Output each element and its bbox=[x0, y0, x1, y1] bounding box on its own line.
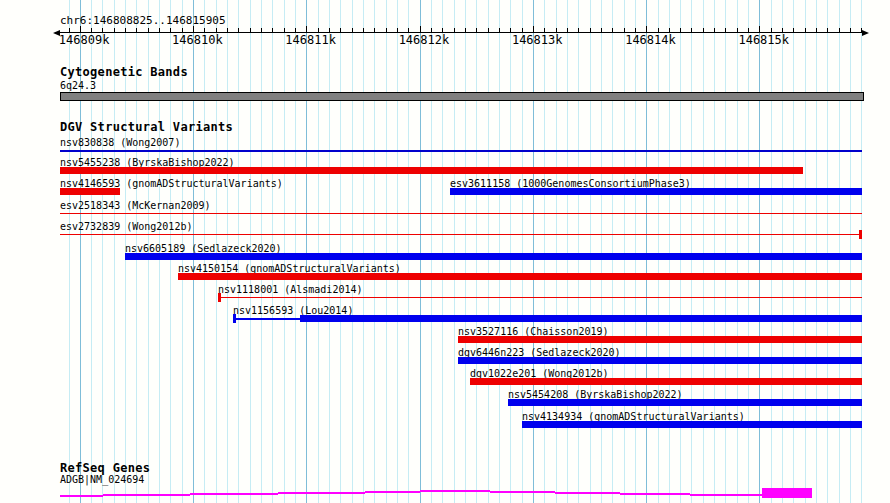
variant-end-tick[interactable] bbox=[859, 230, 862, 239]
ruler-tick bbox=[442, 28, 443, 32]
variant-box[interactable] bbox=[60, 188, 120, 195]
variant-line[interactable] bbox=[60, 150, 862, 152]
ruler-tick-label: 146811k bbox=[285, 34, 336, 47]
ruler-tick bbox=[839, 28, 840, 32]
gene-intron-line[interactable] bbox=[490, 491, 555, 493]
gene-label: ADGB|NM_024694 bbox=[60, 474, 144, 485]
ruler-tick bbox=[182, 28, 183, 32]
ruler-tick bbox=[556, 28, 557, 32]
variant-box[interactable] bbox=[470, 378, 862, 385]
gene-intron-line[interactable] bbox=[690, 494, 762, 496]
grid-minor-line bbox=[442, 0, 443, 503]
ruler-tick bbox=[318, 28, 319, 32]
ruler-tick bbox=[272, 28, 273, 32]
ruler-arrow-right-icon bbox=[862, 30, 869, 36]
ruler-tick bbox=[725, 28, 726, 32]
position-label: chr6:146808825..146815905 bbox=[60, 15, 226, 27]
variant-box[interactable] bbox=[125, 253, 862, 260]
ruler-tick bbox=[295, 28, 296, 32]
grid-minor-line bbox=[488, 0, 489, 503]
ruler-tick bbox=[454, 28, 455, 32]
variant-label: esv2732839 (Wong2012b) bbox=[60, 221, 192, 232]
cytogenetic-track-title: Cytogenetic Bands bbox=[60, 66, 188, 79]
gene-intron-line[interactable] bbox=[555, 492, 620, 494]
ruler-tick bbox=[374, 28, 375, 32]
ruler-tick-label: 146814k bbox=[625, 34, 676, 47]
variant-box[interactable] bbox=[60, 167, 803, 174]
grid-minor-line bbox=[454, 0, 455, 503]
variant-box[interactable] bbox=[178, 273, 862, 280]
ruler-tick bbox=[306, 26, 307, 32]
ruler-tick bbox=[782, 28, 783, 32]
dgv-track-title: DGV Structural Variants bbox=[60, 121, 233, 134]
ruler-tick bbox=[691, 28, 692, 32]
ruler-tick bbox=[420, 26, 421, 32]
ruler-tick bbox=[114, 28, 115, 32]
ruler-tick bbox=[771, 28, 772, 32]
ruler-tick bbox=[510, 28, 511, 32]
gene-exon-box[interactable] bbox=[762, 488, 812, 498]
grid-minor-line bbox=[340, 0, 341, 503]
variant-box[interactable] bbox=[508, 399, 862, 406]
ruler-tick bbox=[646, 26, 647, 32]
ruler-tick bbox=[578, 28, 579, 32]
ruler-tick bbox=[408, 28, 409, 32]
grid-minor-line bbox=[465, 0, 466, 503]
ruler-tick bbox=[816, 28, 817, 32]
ruler-tick bbox=[861, 28, 862, 32]
ruler-tick bbox=[250, 28, 251, 32]
grid-minor-line bbox=[499, 0, 500, 503]
variant-box[interactable] bbox=[450, 188, 862, 195]
ruler-tick bbox=[850, 28, 851, 32]
ruler-tick bbox=[488, 28, 489, 32]
ruler-tick bbox=[635, 28, 636, 32]
ruler-tick bbox=[363, 28, 364, 32]
gene-intron-line[interactable] bbox=[420, 490, 490, 492]
ruler-tick bbox=[340, 28, 341, 32]
ruler-tick bbox=[703, 28, 704, 32]
ruler-tick bbox=[476, 28, 477, 32]
gene-intron-line[interactable] bbox=[278, 492, 365, 494]
gene-intron-line[interactable] bbox=[190, 493, 278, 495]
ruler-tick-label: 146813k bbox=[512, 34, 563, 47]
variant-label: esv2518343 (McKernan2009) bbox=[60, 200, 211, 211]
ruler-tick-label: 146809k bbox=[59, 34, 110, 47]
cytoband-label: 6q24.3 bbox=[60, 80, 96, 91]
variant-line[interactable] bbox=[233, 318, 300, 320]
gene-intron-line[interactable] bbox=[620, 493, 690, 495]
grid-minor-line bbox=[431, 0, 432, 503]
ruler-tick bbox=[827, 28, 828, 32]
ruler-tick bbox=[148, 28, 149, 32]
gene-intron-line[interactable] bbox=[103, 494, 190, 496]
grid-major-line bbox=[420, 0, 421, 503]
ruler-tick bbox=[261, 28, 262, 32]
ruler-tick bbox=[91, 28, 92, 32]
ruler-tick bbox=[193, 26, 194, 32]
variant-line[interactable] bbox=[218, 297, 862, 298]
variant-box[interactable] bbox=[458, 336, 862, 343]
variant-box[interactable] bbox=[458, 357, 862, 364]
ruler-tick bbox=[238, 28, 239, 32]
genome-browser-view: chr6:146808825..146815905 146809k146810k… bbox=[0, 0, 890, 503]
grid-minor-line bbox=[374, 0, 375, 503]
ruler-tick bbox=[125, 28, 126, 32]
variant-label: nsv1118001 (Alsmadi2014) bbox=[218, 284, 363, 295]
ruler-tick bbox=[465, 28, 466, 32]
grid-minor-line bbox=[284, 0, 285, 503]
variant-box[interactable] bbox=[522, 421, 862, 428]
ruler-tick bbox=[431, 28, 432, 32]
ruler-tick bbox=[624, 28, 625, 32]
ruler-tick bbox=[170, 28, 171, 32]
ruler-tick bbox=[284, 28, 285, 32]
grid-minor-line bbox=[363, 0, 364, 503]
grid-minor-line bbox=[386, 0, 387, 503]
ruler-tick-label: 146810k bbox=[172, 34, 223, 47]
ruler-tick bbox=[680, 28, 681, 32]
ruler-tick-label: 146815k bbox=[738, 34, 789, 47]
cytoband-bar[interactable] bbox=[60, 92, 864, 101]
variant-box[interactable] bbox=[300, 315, 862, 322]
gene-intron-line[interactable] bbox=[365, 491, 420, 493]
gene-intron-line[interactable] bbox=[60, 495, 103, 497]
variant-line[interactable] bbox=[60, 213, 862, 214]
variant-line[interactable] bbox=[60, 234, 860, 235]
